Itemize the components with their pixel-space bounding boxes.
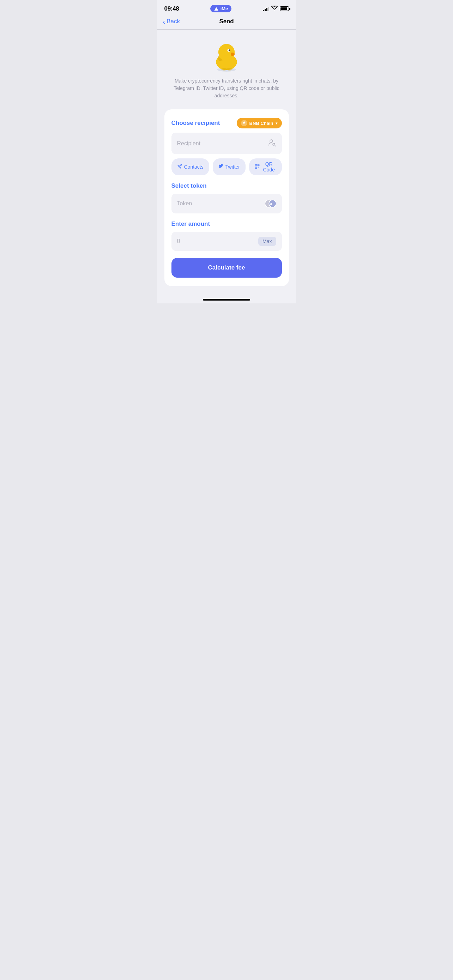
token-coin-icon: ◈ — [265, 199, 276, 208]
mascot-section: Make cryptocurrency transfers right in c… — [170, 38, 283, 99]
bnb-chain-icon — [241, 120, 247, 126]
token-input[interactable]: Token ◈ — [172, 194, 282, 213]
back-label: Back — [167, 18, 180, 25]
action-buttons: Contacts Twitter — [172, 158, 282, 175]
contacts-icon — [177, 164, 182, 170]
svg-point-11 — [273, 143, 275, 145]
recipient-placeholder: Recipient — [177, 140, 268, 147]
svg-point-5 — [229, 49, 230, 51]
signal-bars-icon — [263, 6, 269, 11]
svg-rect-13 — [256, 165, 256, 165]
contacts-button[interactable]: Contacts — [172, 158, 209, 175]
twitter-label: Twitter — [226, 164, 240, 170]
nav-bar: ‹ Back Send — [157, 15, 296, 30]
status-time: 09:48 — [164, 5, 179, 12]
recipient-user-icon — [268, 138, 276, 148]
subtitle-text: Make cryptocurrency transfers right in c… — [170, 77, 283, 99]
amount-section: Enter amount 0 Max — [172, 221, 282, 251]
twitter-button[interactable]: Twitter — [213, 158, 246, 175]
svg-point-6 — [229, 50, 230, 51]
recipient-input[interactable]: Recipient — [172, 133, 282, 154]
calculate-fee-button[interactable]: Calculate fee — [172, 258, 282, 278]
send-card: Choose recipient BNB Chain ▾ Recipient — [164, 109, 289, 286]
ime-badge: iMe — [210, 5, 232, 12]
svg-rect-15 — [258, 165, 259, 165]
svg-point-7 — [221, 68, 227, 70]
nav-title: Send — [219, 18, 234, 25]
amount-input[interactable]: 0 Max — [172, 232, 282, 251]
home-indicator — [157, 294, 296, 303]
status-icons — [263, 6, 289, 12]
chain-badge-text: BNB Chain — [250, 121, 273, 126]
amount-section-label: Enter amount — [172, 221, 282, 228]
svg-marker-0 — [214, 7, 218, 11]
max-button[interactable]: Max — [258, 237, 276, 246]
chain-badge-button[interactable]: BNB Chain ▾ — [237, 118, 282, 129]
qr-code-button[interactable]: QR Code — [249, 158, 282, 175]
battery-icon — [280, 6, 289, 11]
svg-point-8 — [227, 68, 232, 70]
svg-text:◈: ◈ — [270, 202, 273, 206]
ime-logo-icon — [214, 6, 219, 11]
twitter-icon — [218, 164, 223, 170]
token-section: Select token Token ◈ — [172, 182, 282, 213]
contacts-label: Contacts — [184, 164, 203, 170]
status-bar: 09:48 iMe — [157, 0, 296, 15]
svg-rect-17 — [256, 167, 256, 168]
main-content: Make cryptocurrency transfers right in c… — [157, 30, 296, 294]
duck-mascot-icon — [209, 38, 244, 72]
token-section-label: Select token — [172, 182, 282, 189]
qr-code-label: QR Code — [262, 161, 276, 172]
token-placeholder: Token — [177, 200, 265, 207]
phone-frame: 09:48 iMe — [157, 0, 296, 303]
ime-label: iMe — [221, 6, 228, 11]
recipient-section: Choose recipient BNB Chain ▾ Recipient — [172, 118, 282, 175]
wifi-icon — [271, 6, 278, 12]
amount-value: 0 — [177, 238, 180, 245]
qr-code-icon — [255, 164, 260, 170]
home-bar — [203, 299, 250, 301]
recipient-section-header: Choose recipient BNB Chain ▾ — [172, 118, 282, 129]
svg-point-3 — [218, 44, 235, 60]
back-button[interactable]: ‹ Back — [163, 18, 180, 25]
svg-point-10 — [270, 140, 273, 143]
chain-dropdown-icon: ▾ — [275, 121, 278, 126]
status-center: iMe — [210, 5, 232, 12]
back-chevron-icon: ‹ — [163, 18, 165, 25]
recipient-section-label: Choose recipient — [172, 119, 220, 127]
